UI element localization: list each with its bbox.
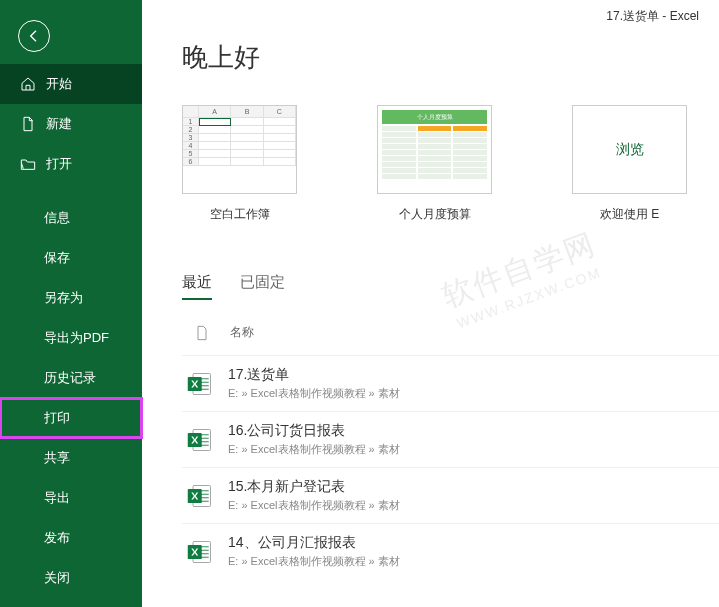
arrow-left-icon xyxy=(26,28,42,44)
file-name: 17.送货单 xyxy=(228,366,719,384)
page-title: 晚上好 xyxy=(182,40,719,75)
excel-file-icon xyxy=(186,370,214,398)
sidebar: 开始 新建 打开 信息 保存 另存为 导出为PDF 历史记录 打印 共享 导出 … xyxy=(0,0,142,607)
file-name: 16.公司订货日报表 xyxy=(228,422,719,440)
template-preview: ABC 1 2 3 4 5 6 xyxy=(182,105,297,194)
sidebar-item-close[interactable]: 关闭 xyxy=(0,558,142,598)
sidebar-item-label: 打印 xyxy=(44,409,70,427)
sidebar-item-save[interactable]: 保存 xyxy=(0,238,142,278)
browse-link[interactable]: 浏览 xyxy=(572,105,687,194)
sidebar-item-label: 另存为 xyxy=(44,289,83,307)
sidebar-item-label: 打开 xyxy=(46,155,72,173)
file-info: 15.本月新户登记表 E: » Excel表格制作视频教程 » 素材 xyxy=(228,478,719,513)
excel-file-icon xyxy=(186,426,214,454)
file-name: 15.本月新户登记表 xyxy=(228,478,719,496)
sidebar-item-label: 历史记录 xyxy=(44,369,96,387)
sidebar-item-label: 新建 xyxy=(46,115,72,133)
sidebar-item-save-as[interactable]: 另存为 xyxy=(0,278,142,318)
file-path: E: » Excel表格制作视频教程 » 素材 xyxy=(228,442,719,457)
sidebar-item-label: 导出 xyxy=(44,489,70,507)
file-tabs: 最近 已固定 xyxy=(182,273,719,300)
tab-recent[interactable]: 最近 xyxy=(182,273,212,300)
sidebar-item-history[interactable]: 历史记录 xyxy=(0,358,142,398)
sidebar-item-label: 发布 xyxy=(44,529,70,547)
sidebar-item-export-pdf[interactable]: 导出为PDF xyxy=(0,318,142,358)
home-icon xyxy=(20,76,36,92)
sidebar-item-publish[interactable]: 发布 xyxy=(0,518,142,558)
sidebar-item-label: 关闭 xyxy=(44,569,70,587)
file-info: 16.公司订货日报表 E: » Excel表格制作视频教程 » 素材 xyxy=(228,422,719,457)
sidebar-item-label: 信息 xyxy=(44,209,70,227)
recent-file-list: 17.送货单 E: » Excel表格制作视频教程 » 素材 16.公司订货日报… xyxy=(182,355,719,579)
file-list-header: 名称 xyxy=(182,318,719,355)
sidebar-item-open[interactable]: 打开 xyxy=(0,144,142,184)
file-info: 17.送货单 E: » Excel表格制作视频教程 » 素材 xyxy=(228,366,719,401)
excel-file-icon xyxy=(186,538,214,566)
tab-pinned[interactable]: 已固定 xyxy=(240,273,285,300)
file-row[interactable]: 16.公司订货日报表 E: » Excel表格制作视频教程 » 素材 xyxy=(182,411,719,467)
template-browse[interactable]: 浏览 欢迎使用 E xyxy=(572,105,687,223)
file-name: 14、公司月汇报报表 xyxy=(228,534,719,552)
sidebar-item-print[interactable]: 打印 xyxy=(0,398,142,438)
sidebar-item-label: 开始 xyxy=(46,75,72,93)
file-row[interactable]: 14、公司月汇报报表 E: » Excel表格制作视频教程 » 素材 xyxy=(182,523,719,579)
excel-file-icon xyxy=(186,482,214,510)
sidebar-item-new[interactable]: 新建 xyxy=(0,104,142,144)
column-header-name: 名称 xyxy=(230,324,254,341)
template-blank-workbook[interactable]: ABC 1 2 3 4 5 6 空白工作簿 xyxy=(182,105,297,223)
template-preview: 个人月度预算 xyxy=(377,105,492,194)
folder-open-icon xyxy=(20,156,36,172)
sidebar-item-home[interactable]: 开始 xyxy=(0,64,142,104)
template-label: 空白工作簿 xyxy=(182,206,297,223)
sidebar-item-share[interactable]: 共享 xyxy=(0,438,142,478)
file-path: E: » Excel表格制作视频教程 » 素材 xyxy=(228,386,719,401)
file-row[interactable]: 17.送货单 E: » Excel表格制作视频教程 » 素材 xyxy=(182,355,719,411)
back-button[interactable] xyxy=(18,20,50,52)
template-label: 个人月度预算 xyxy=(377,206,492,223)
sidebar-item-label: 导出为PDF xyxy=(44,329,109,347)
template-label: 欢迎使用 E xyxy=(572,206,687,223)
sidebar-item-label: 保存 xyxy=(44,249,70,267)
file-info: 14、公司月汇报报表 E: » Excel表格制作视频教程 » 素材 xyxy=(228,534,719,569)
file-path: E: » Excel表格制作视频教程 » 素材 xyxy=(228,554,719,569)
file-icon xyxy=(194,325,210,341)
file-icon xyxy=(20,116,36,132)
file-path: E: » Excel表格制作视频教程 » 素材 xyxy=(228,498,719,513)
file-row[interactable]: 15.本月新户登记表 E: » Excel表格制作视频教程 » 素材 xyxy=(182,467,719,523)
sidebar-item-export[interactable]: 导出 xyxy=(0,478,142,518)
sidebar-item-label: 共享 xyxy=(44,449,70,467)
template-gallery: ABC 1 2 3 4 5 6 空白工作簿 个人月度预算 xyxy=(182,105,719,223)
main-content: 晚上好 ABC 1 2 3 4 5 6 空白工作簿 个人月度预算 xyxy=(142,0,719,607)
sidebar-item-info[interactable]: 信息 xyxy=(0,198,142,238)
template-personal-budget[interactable]: 个人月度预算 个人月度预算 xyxy=(377,105,492,223)
